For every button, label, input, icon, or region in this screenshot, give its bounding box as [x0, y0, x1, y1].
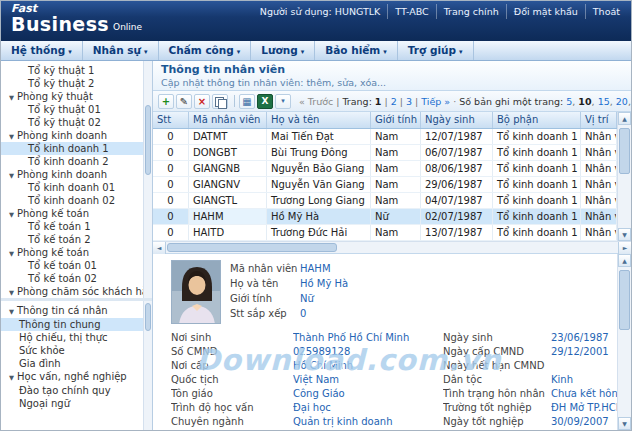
top-header-bar: Fast BusinessOnline Người sử dụng: HUNGT… — [1, 1, 631, 41]
tree-item-to-ke-toan-1[interactable]: Tổ kế toán 1 — [1, 220, 143, 233]
tree-item-to-kinh-doanh-2[interactable]: Tổ kinh doanh 2 — [1, 155, 143, 168]
tree-item-phong-ke-toan[interactable]: ▼Phòng kế toán — [1, 246, 143, 259]
scrollbar-thumb[interactable] — [167, 243, 337, 252]
tree-item-phong-ke-toan[interactable]: ▼Phòng kế toán — [1, 207, 143, 220]
cell-vi-tri: Nhân viên — [581, 225, 617, 240]
column-header-bo-phan[interactable]: Bộ phận — [493, 112, 581, 128]
page-size-option-10[interactable]: 10 — [578, 96, 591, 107]
table-header-row: SttMã nhân viênHọ và tênGiới tínhNgày si… — [153, 112, 617, 129]
table-row-hahm[interactable]: 0HAHMHồ Mỹ HàNữ02/07/1987Tổ kinh doanh 1… — [153, 209, 617, 225]
field-label: Mã nhân viên — [230, 261, 300, 276]
org-tree-region: Tổ kỹ thuật 1Tổ kỹ thuật 2▼Phòng kỹ thuậ… — [1, 61, 152, 301]
scrollbar-thumb[interactable] — [145, 303, 151, 331]
page-subtitle: Cập nhật thông tin nhân viên: thêm, sửa,… — [161, 77, 623, 89]
tree-item-to-ky-thuat-01[interactable]: Tổ kỹ thuật 01 — [1, 103, 143, 116]
sidebar-item-suc-khoe[interactable]: Sức khỏe — [1, 344, 143, 357]
column-header-ho-va-ten[interactable]: Họ và tên — [267, 112, 371, 128]
table-row-giangnb[interactable]: 0GIANGNBNguyễn Bảo GiangNam08/06/1987Tổ … — [153, 161, 617, 177]
scroll-right-arrow[interactable]: ► — [618, 242, 631, 254]
tree-item-to-kinh-doanh-1[interactable]: Tổ kinh doanh 1 — [1, 142, 143, 155]
header-link-thoat[interactable]: Thoát — [585, 4, 627, 19]
triangle-down-icon: ▼ — [6, 92, 17, 103]
sections-scrollbar[interactable] — [143, 301, 152, 430]
org-tree-scrollbar[interactable] — [143, 61, 152, 298]
menu-item-he-thong[interactable]: Hệ thống▾ — [1, 41, 83, 60]
scroll-up-arrow[interactable]: ▲ — [618, 112, 631, 125]
scroll-down-arrow[interactable]: ▼ — [618, 417, 631, 430]
cell-gioi-tinh: Nam — [371, 161, 421, 176]
sidebar-item-dao-tao-chinh-quy[interactable]: Đào tạo chính quy — [1, 384, 143, 397]
table-vertical-scrollbar[interactable]: ▲ ▼ — [617, 112, 631, 241]
cell-ho-va-ten: Nguyễn Văn Giang — [267, 177, 371, 192]
tree-item-phong-cham-soc-khach-hang[interactable]: ▼Phòng chăm sóc khách hàng — [1, 285, 143, 298]
scroll-up-arrow[interactable]: ▲ — [618, 254, 631, 267]
sidebar-item-ngoai-ngu[interactable]: Ngoại ngữ — [1, 397, 143, 410]
scroll-down-arrow[interactable]: ▼ — [618, 228, 631, 241]
tree-item-to-ky-thuat-2[interactable]: Tổ kỹ thuật 2 — [1, 77, 143, 90]
copy-icon[interactable] — [212, 94, 228, 109]
export-excel-icon[interactable]: X — [257, 94, 273, 109]
field-value: Chưa kết hôn — [551, 387, 617, 401]
edit-icon[interactable]: ✎ — [176, 94, 192, 109]
cell-bo-phan: Tổ kinh doanh 1 — [493, 193, 581, 208]
field-value: Kinh — [551, 373, 617, 387]
field-value: Công Giáo — [293, 387, 443, 401]
table-row-dongbt[interactable]: 0DONGBTBùi Trung ĐôngNam06/07/1987Tổ kin… — [153, 145, 617, 161]
field-label: Stt sắp xếp — [230, 306, 300, 321]
section-hoc-van-nghe-nghiep[interactable]: ▼Học vấn, nghề nghiệp — [1, 370, 143, 384]
page-size-option-15[interactable]: 15 — [598, 96, 610, 107]
field-value: Hồ Mỹ Hà — [300, 278, 348, 289]
table-row-haitd[interactable]: 0HAITDTrương Đức HảiNam13/07/1987Tổ kinh… — [153, 225, 617, 241]
main-panel: Thông tin nhân viên Cập nhật thông tin n… — [153, 61, 631, 430]
menu-item-cham-cong[interactable]: Chấm công▾ — [159, 41, 252, 60]
table-horizontal-scrollbar[interactable]: ◄ ► — [153, 241, 631, 254]
detail-vertical-scrollbar[interactable]: ▲ ▼ — [617, 254, 631, 430]
menu-item-bao-hiem[interactable]: Bảo hiểm▾ — [315, 41, 398, 60]
header-link-tt-abc[interactable]: TT-ABC — [387, 4, 435, 19]
table-row-giangnv[interactable]: 0GIANGNVNguyễn Văn GiangNam29/06/1987Tổ … — [153, 177, 617, 193]
page-size-option-20[interactable]: 20 — [616, 96, 628, 107]
field-value: 23/06/1987 — [551, 331, 617, 345]
add-icon[interactable]: + — [158, 94, 174, 109]
column-header-ngay-sinh[interactable]: Ngày sinh — [421, 112, 493, 128]
section-thong-tin-ca-nhan[interactable]: ▼Thông tin cá nhân — [1, 304, 143, 318]
tree-item-to-ke-toan-02[interactable]: Tổ kế toán 02 — [1, 272, 143, 285]
column-header-vi-tri[interactable]: Vị trí — [581, 112, 617, 128]
triangle-down-icon: ▼ — [6, 209, 17, 220]
field-value: Đại học — [293, 401, 443, 415]
column-header-gioi-tinh[interactable]: Giới tính — [371, 112, 421, 128]
next-page-link[interactable]: Tiếp » — [421, 96, 450, 107]
scrollbar-thumb[interactable] — [145, 105, 151, 175]
tree-item-phong-kinh-doanh[interactable]: ▼Phòng kinh doanh — [1, 129, 143, 142]
tree-item-to-kinh-doanh-02[interactable]: Tổ kinh doanh 02 — [1, 194, 143, 207]
menu-item-nhan-su[interactable]: Nhân sự▾ — [83, 41, 159, 60]
cell-ho-va-ten: Bùi Trung Đông — [267, 145, 371, 160]
sidebar-item-ho-chieu-thi-thuc[interactable]: Hộ chiếu, thị thực — [1, 331, 143, 344]
sidebar: Tổ kỹ thuật 1Tổ kỹ thuật 2▼Phòng kỹ thuậ… — [1, 61, 153, 430]
sidebar-item-gia-dinh[interactable]: Gia đình — [1, 357, 143, 370]
tree-item-to-ky-thuat-1[interactable]: Tổ kỹ thuật 1 — [1, 64, 143, 77]
tree-item-to-ke-toan-01[interactable]: Tổ kế toán 01 — [1, 259, 143, 272]
tree-item-to-kinh-doanh-01[interactable]: Tổ kinh doanh 01 — [1, 181, 143, 194]
header-link-doi-mat-khau[interactable]: Đổi mật khẩu — [506, 4, 585, 19]
scrollbar-thumb[interactable] — [619, 128, 630, 174]
tree-item-to-ke-toan-2[interactable]: Tổ kế toán 2 — [1, 233, 143, 246]
prev-page-link[interactable]: « Trước — [299, 96, 333, 107]
tree-item-phong-kinh-doanh[interactable]: ▼Phòng kinh doanh — [1, 168, 143, 181]
tree-item-to-ky-thuat-02[interactable]: Tổ kỹ thuật 02 — [1, 116, 143, 129]
column-header-ma-nhan-vien[interactable]: Mã nhân viên — [189, 112, 267, 128]
header-link-trang-chinh[interactable]: Trang chính — [436, 4, 506, 19]
export-grid-icon[interactable]: ▦ — [239, 94, 255, 109]
delete-icon[interactable]: × — [194, 94, 210, 109]
scroll-left-arrow[interactable]: ◄ — [153, 242, 166, 254]
tree-item-phong-ky-thuat[interactable]: ▼Phòng kỹ thuật — [1, 90, 143, 103]
menu-item-luong[interactable]: Lương▾ — [251, 41, 315, 60]
column-header-stt[interactable]: Stt — [153, 112, 189, 128]
field-label-truong-tot-nghiep: Trường tốt nghiệp — [443, 401, 551, 415]
sidebar-item-thong-tin-chung[interactable]: Thông tin chung — [1, 318, 143, 331]
table-row-datmt[interactable]: 0DATMTMai Tiến ĐạtNam12/07/1987Tổ kinh d… — [153, 129, 617, 145]
scrollbar-thumb[interactable] — [619, 270, 630, 330]
filter-down-icon[interactable]: ▾ — [275, 94, 291, 109]
menu-item-tro-giup[interactable]: Trợ giúp▾ — [398, 41, 474, 60]
table-row-giangtl[interactable]: 0GIANGTLTrương Long GiangNam04/07/1987Tổ… — [153, 193, 617, 209]
